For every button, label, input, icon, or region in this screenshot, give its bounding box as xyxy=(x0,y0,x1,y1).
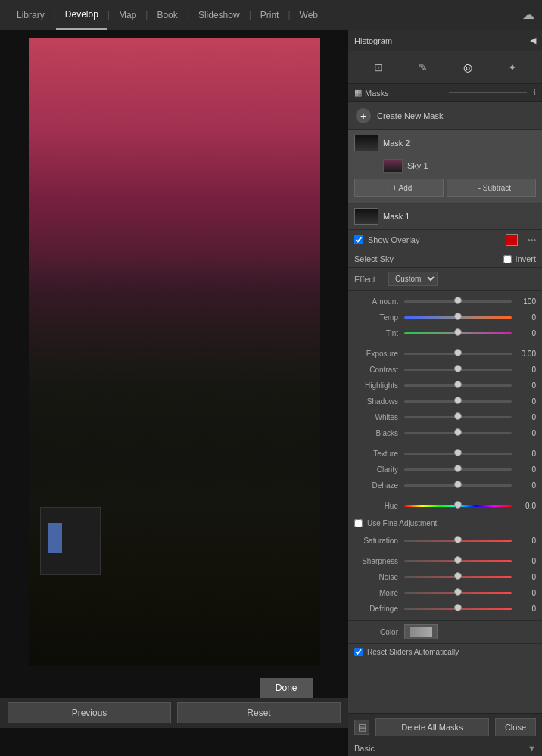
previous-button[interactable]: Previous xyxy=(8,702,171,723)
defringe-slider-row: Defringe 0 xyxy=(354,601,536,616)
photo-panel: Done Previous Reset xyxy=(0,30,348,756)
highlights-thumb[interactable] xyxy=(454,381,462,388)
temp-track[interactable] xyxy=(404,316,512,319)
shadows-slider-row: Shadows 0 xyxy=(354,394,536,409)
overlay-options-icon[interactable]: ••• xyxy=(527,235,536,244)
saturation-label: Saturation xyxy=(354,537,398,545)
sharpness-thumb[interactable] xyxy=(454,556,462,564)
effect-select[interactable]: Custom xyxy=(388,272,438,286)
create-new-mask-button[interactable]: + Create New Mask xyxy=(348,102,542,130)
amount-thumb[interactable] xyxy=(454,297,462,304)
texture-thumb[interactable] xyxy=(454,449,462,456)
cloud-icon[interactable]: ☁ xyxy=(522,8,534,22)
blacks-value: 0 xyxy=(515,429,536,437)
invert-checkbox[interactable] xyxy=(503,255,512,263)
color-swatch-container[interactable] xyxy=(404,624,438,639)
clarity-value: 0 xyxy=(515,465,536,474)
mask1-item[interactable]: Mask 1 xyxy=(348,204,542,230)
hue-thumb[interactable] xyxy=(454,501,462,509)
adjust-tool-icon[interactable]: ◎ xyxy=(458,58,478,77)
defringe-thumb[interactable] xyxy=(454,604,462,611)
clarity-thumb[interactable] xyxy=(454,465,462,472)
dehaze-track[interactable] xyxy=(404,484,512,487)
histogram-collapse-icon[interactable]: ◀ xyxy=(530,36,536,45)
texture-slider-row: Texture 0 xyxy=(354,446,536,461)
tint-track[interactable] xyxy=(404,332,512,334)
temp-thumb[interactable] xyxy=(454,313,462,320)
hue-slider-row: Hue 0.0 xyxy=(354,498,536,513)
dehaze-thumb[interactable] xyxy=(454,481,462,488)
amount-track[interactable] xyxy=(404,300,512,303)
contrast-thumb[interactable] xyxy=(454,365,462,372)
amount-slider-row: Amount 100 xyxy=(354,294,536,309)
fine-adjustment-label: Use Fine Adjustment xyxy=(367,519,437,527)
overlay-color-swatch[interactable] xyxy=(506,234,518,246)
nav-library[interactable]: Library xyxy=(8,0,54,30)
defringe-label: Defringe xyxy=(354,605,398,613)
basic-expand-icon[interactable]: ▼ xyxy=(528,744,536,753)
highlights-track[interactable] xyxy=(404,384,512,387)
texture-value: 0 xyxy=(515,450,536,458)
shadows-thumb[interactable] xyxy=(454,397,462,404)
add-label: + Add xyxy=(392,184,412,192)
blacks-thumb[interactable] xyxy=(454,428,462,436)
clarity-track[interactable] xyxy=(404,468,512,471)
effect-row: Effect : Custom xyxy=(348,268,542,291)
contrast-track[interactable] xyxy=(404,369,512,371)
moire-track[interactable] xyxy=(404,592,512,594)
nav-slideshow[interactable]: Slideshow xyxy=(189,0,249,30)
exposure-track[interactable] xyxy=(404,353,512,355)
nav-web[interactable]: Web xyxy=(291,0,327,30)
add-button[interactable]: + + Add xyxy=(354,179,444,197)
heal-tool-icon[interactable]: ✎ xyxy=(413,58,433,77)
reset-sliders-row: Reset Sliders Automatically xyxy=(348,643,542,660)
crop-tool-icon[interactable]: ⊡ xyxy=(369,58,388,77)
exposure-label: Exposure xyxy=(354,350,398,358)
blacks-track[interactable] xyxy=(404,432,512,434)
delete-icon-button[interactable]: ▤ xyxy=(354,720,369,735)
sharpness-value: 0 xyxy=(515,557,536,565)
subtract-button[interactable]: − - Subtract xyxy=(447,179,536,197)
reset-button[interactable]: Reset xyxy=(177,702,341,723)
nav-develop[interactable]: Develop xyxy=(56,0,107,30)
sky1-sub-item[interactable]: Sky 1 xyxy=(348,156,542,176)
reset-sliders-checkbox[interactable] xyxy=(354,648,363,656)
blacks-label: Blacks xyxy=(354,429,398,437)
right-panel: Histogram ◀ ⊡ ✎ ◎ ✦ ▦ Masks ℹ + Create N… xyxy=(348,30,542,756)
moire-thumb[interactable] xyxy=(454,588,462,596)
noise-slider-row: Noise 0 xyxy=(354,569,536,584)
defringe-track[interactable] xyxy=(404,608,512,610)
nav-map[interactable]: Map xyxy=(110,0,145,30)
saturation-track[interactable] xyxy=(404,540,512,542)
masks-info-icon[interactable]: ℹ xyxy=(533,88,536,98)
contrast-slider-row: Contrast 0 xyxy=(354,362,536,377)
subtract-label: - Subtract xyxy=(478,184,511,192)
effect-label: Effect : xyxy=(354,275,388,284)
highlights-label: Highlights xyxy=(354,381,398,390)
mask2-header[interactable]: Mask 2 xyxy=(348,130,542,156)
noise-thumb[interactable] xyxy=(454,572,462,580)
whites-thumb[interactable] xyxy=(454,412,462,420)
hue-track[interactable] xyxy=(404,505,512,507)
tint-thumb[interactable] xyxy=(454,328,462,336)
exposure-slider-row: Exposure 0.00 xyxy=(354,346,536,361)
sharpness-track[interactable] xyxy=(404,560,512,562)
noise-track[interactable] xyxy=(404,576,512,578)
whites-track[interactable] xyxy=(404,416,512,418)
show-overlay-checkbox[interactable] xyxy=(354,235,363,244)
shadows-track[interactable] xyxy=(404,400,512,403)
delete-all-masks-button[interactable]: Delete All Masks xyxy=(375,718,489,736)
nav-book[interactable]: Book xyxy=(148,0,186,30)
settings-tool-icon[interactable]: ✦ xyxy=(503,58,522,77)
mask2-name: Mask 2 xyxy=(383,138,536,148)
saturation-thumb[interactable] xyxy=(454,536,462,543)
temp-value: 0 xyxy=(515,313,536,322)
fine-adjustment-checkbox[interactable] xyxy=(354,519,363,527)
close-masks-button[interactable]: Close xyxy=(495,718,536,736)
basic-row[interactable]: Basic ▼ xyxy=(348,741,542,756)
nav-print[interactable]: Print xyxy=(251,0,288,30)
done-button[interactable]: Done xyxy=(260,678,313,698)
moire-value: 0 xyxy=(515,589,536,597)
exposure-thumb[interactable] xyxy=(454,349,462,356)
texture-track[interactable] xyxy=(404,453,512,455)
